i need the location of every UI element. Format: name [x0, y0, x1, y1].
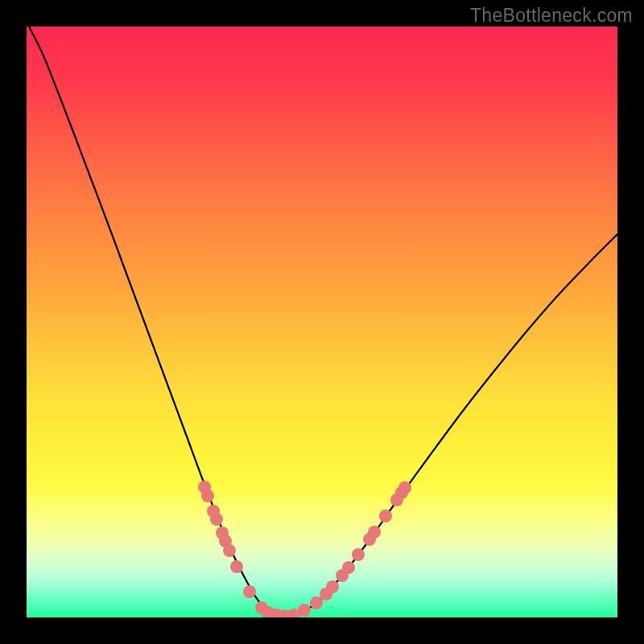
data-dot — [352, 548, 365, 561]
data-dot — [395, 486, 408, 499]
bottleneck-curve — [27, 27, 617, 616]
data-dot — [363, 533, 376, 546]
data-dot — [219, 535, 232, 547]
data-dot — [342, 561, 355, 574]
data-dot — [368, 526, 381, 539]
data-dot — [243, 585, 256, 598]
data-dot — [262, 606, 275, 617]
data-dot — [390, 493, 403, 506]
data-dot — [326, 580, 339, 593]
data-dot — [336, 569, 349, 582]
dot-cluster — [198, 481, 411, 617]
data-dot — [398, 481, 411, 494]
curve-layer — [27, 27, 617, 617]
watermark-text: TheBottleneck.com — [470, 5, 633, 27]
data-dot — [230, 560, 243, 573]
data-dot — [210, 513, 223, 526]
data-dot — [278, 609, 291, 617]
data-dot — [255, 601, 268, 614]
data-dot — [287, 609, 300, 617]
plot-area — [27, 27, 617, 617]
data-dot — [198, 481, 211, 493]
data-dot — [379, 510, 392, 522]
data-dot — [223, 544, 236, 557]
data-dot — [201, 489, 214, 502]
chart-frame: TheBottleneck.com — [0, 0, 644, 644]
data-dot — [270, 609, 283, 617]
data-dot — [310, 597, 323, 609]
data-dot — [216, 526, 229, 539]
data-dot — [207, 505, 220, 518]
data-dot — [298, 604, 311, 617]
data-dot — [320, 588, 332, 601]
